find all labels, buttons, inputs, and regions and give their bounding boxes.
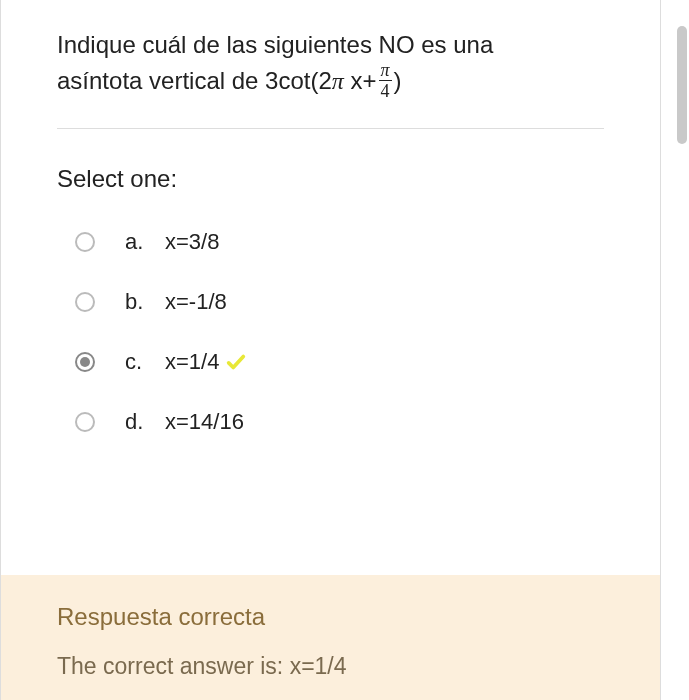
question-text: Indique cuál de las siguientes NO es una… bbox=[57, 28, 604, 102]
option-b[interactable]: b. x=-1/8 bbox=[75, 289, 604, 315]
pi-symbol: π bbox=[332, 68, 344, 94]
option-text: x=-1/8 bbox=[165, 289, 227, 315]
fraction-pi-over-4: π4 bbox=[379, 61, 392, 100]
checkmark-icon bbox=[225, 351, 247, 373]
scrollbar-thumb[interactable] bbox=[677, 26, 687, 144]
option-letter: c. bbox=[125, 349, 165, 375]
quiz-card: Indique cuál de las siguientes NO es una… bbox=[0, 0, 661, 700]
radio-icon[interactable] bbox=[75, 292, 95, 312]
feedback-answer: The correct answer is: x=1/4 bbox=[57, 653, 604, 680]
select-one-label: Select one: bbox=[57, 165, 604, 193]
feedback-panel: Respuesta correcta The correct answer is… bbox=[1, 575, 660, 700]
option-d[interactable]: d. x=14/16 bbox=[75, 409, 604, 435]
radio-icon[interactable] bbox=[75, 412, 95, 432]
question-line2: asíntota vertical de 3cot(2π x+π4) bbox=[57, 67, 402, 94]
scrollbar-track[interactable] bbox=[673, 0, 689, 700]
option-text: x=3/8 bbox=[165, 229, 219, 255]
question-line1: Indique cuál de las siguientes NO es una bbox=[57, 31, 493, 58]
radio-icon[interactable] bbox=[75, 352, 95, 372]
option-letter: d. bbox=[125, 409, 165, 435]
option-c[interactable]: c. x=1/4 bbox=[75, 349, 604, 375]
radio-icon[interactable] bbox=[75, 232, 95, 252]
options-list: a. x=3/8 b. x=-1/8 c. x=1/4 bbox=[57, 229, 604, 435]
option-letter: a. bbox=[125, 229, 165, 255]
option-text: x=14/16 bbox=[165, 409, 244, 435]
feedback-title: Respuesta correcta bbox=[57, 603, 604, 631]
option-letter: b. bbox=[125, 289, 165, 315]
divider bbox=[57, 128, 604, 129]
option-text: x=1/4 bbox=[165, 349, 247, 375]
option-a[interactable]: a. x=3/8 bbox=[75, 229, 604, 255]
quiz-content: Indique cuál de las siguientes NO es una… bbox=[1, 0, 660, 435]
